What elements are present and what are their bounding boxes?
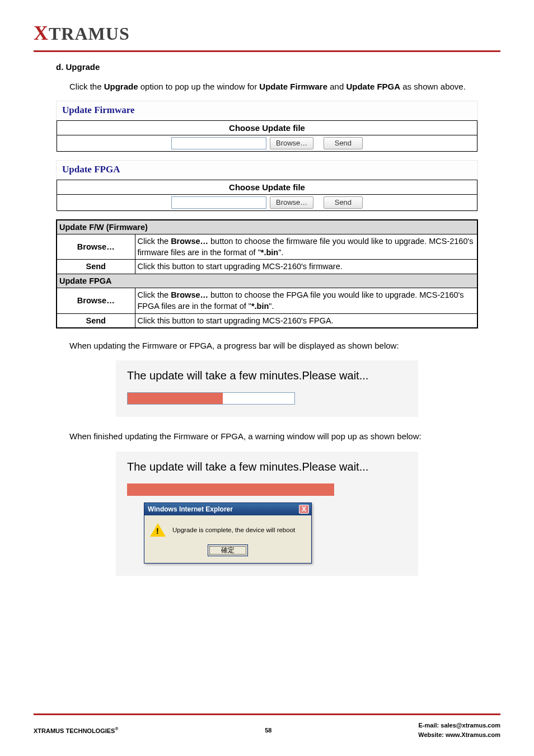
ok-button[interactable]: 確定 (208, 544, 248, 556)
warning-icon (150, 522, 166, 538)
footer-web: www.Xtramus.com (446, 731, 500, 738)
desc-hdr-fw: Update F/W (Firmware) (57, 220, 477, 234)
ie-title-text: Windows Internet Explorer (148, 505, 233, 513)
dialog-intro: When finished updating the Firmware or F… (69, 429, 489, 444)
description-table: Update F/W (Firmware) Browse… Click the … (56, 219, 478, 328)
intro-text2: option to pop up the window for (138, 82, 260, 91)
fpga-choose-header: Choose Update file (57, 180, 477, 194)
progress-bar-full (127, 483, 334, 496)
dialog-card: The update will take a few minutes.Pleas… (116, 452, 418, 576)
desc-fpga-send-text: Click this button to start upgrading MCS… (135, 313, 477, 328)
fpga-file-input[interactable] (171, 196, 266, 209)
firmware-browse-button[interactable]: Browse… (270, 137, 313, 149)
desc-fpga-browse-label: Browse… (57, 288, 135, 313)
desc-fpga-browse-text: Click the Browse… button to choose the F… (135, 288, 477, 313)
page-footer: XTRAMUS TECHNOLOGIES® 58 E-mail: sales@x… (34, 713, 500, 739)
intro-text4: as shown above. (400, 82, 466, 91)
intro-paragraph: Click the Upgrade option to pop up the w… (69, 79, 489, 94)
header-rule (34, 50, 500, 52)
progress-text-2: The update will take a few minutes.Pleas… (127, 461, 407, 473)
ie-dialog: Windows Internet Explorer X Upgrade is c… (144, 503, 312, 564)
firmware-file-input[interactable] (171, 137, 266, 149)
intro-ufpga: Update FPGA (346, 82, 400, 91)
footer-web-label: Website: (418, 731, 446, 738)
footer-email-label: E-mail: (419, 722, 441, 729)
footer-company: XTRAMUS TECHNOLOGIES (34, 727, 115, 734)
ie-body: Upgrade is complete, the device will reb… (144, 515, 311, 563)
progress-card: The update will take a few minutes.Pleas… (116, 360, 418, 417)
progress-bar-fill (128, 393, 223, 404)
close-icon[interactable]: X (299, 505, 309, 514)
fpga-send-button[interactable]: Send (324, 196, 363, 209)
update-firmware-panel: Update Firmware Choose Update file Brows… (56, 101, 478, 152)
desc-hdr-fpga: Update FPGA (57, 274, 477, 288)
footer-rule (34, 713, 500, 715)
fpga-browse-button[interactable]: Browse… (270, 196, 313, 209)
section-heading: d. Upgrade (56, 62, 500, 72)
ie-titlebar: Windows Internet Explorer X (144, 503, 311, 515)
firmware-choose-table: Choose Update file Browse… Send (57, 120, 477, 152)
t1d: *.bin (261, 248, 278, 257)
firmware-choose-row: Browse… Send (57, 135, 477, 151)
brand-logo: XTRAMUS (34, 17, 500, 48)
t3a: Click the (138, 290, 171, 299)
update-firmware-title: Update Firmware (57, 101, 477, 120)
desc-fw-browse-text: Click the Browse… button to choose the f… (135, 234, 477, 260)
intro-ufw: Update Firmware (259, 82, 327, 91)
progress-intro: When updating the Firmware or FPGA, a pr… (69, 339, 489, 353)
t1e: ". (278, 248, 283, 257)
desc-fw-send-text: Click this button to start upgrading MCS… (135, 260, 477, 274)
firmware-send-button[interactable]: Send (324, 137, 363, 149)
logo-rest: TRAMUS (49, 24, 130, 44)
t3b: Browse… (171, 290, 208, 299)
desc-fw-send-label: Send (57, 260, 135, 274)
firmware-choose-header: Choose Update file (57, 120, 477, 135)
progress-bar (127, 392, 295, 405)
intro-upgrade: Upgrade (104, 82, 138, 91)
t1b: Browse… (171, 237, 208, 246)
footer-right: E-mail: sales@xtramus.com Website: www.X… (418, 721, 500, 739)
update-fpga-panel: Update FPGA Choose Update file Browse… S… (56, 160, 478, 212)
desc-fw-browse-label: Browse… (57, 234, 135, 260)
footer-email: sales@xtramus.com (441, 722, 500, 729)
intro-text3: and (327, 82, 346, 91)
desc-fpga-send-label: Send (57, 313, 135, 328)
t1a: Click the (138, 237, 171, 246)
logo-x: X (34, 22, 49, 44)
footer-page: 58 (118, 727, 418, 734)
t3d: *.bin (251, 302, 269, 311)
ie-message: Upgrade is complete, the device will reb… (172, 527, 295, 533)
update-fpga-title: Update FPGA (57, 161, 477, 180)
fpga-choose-table: Choose Update file Browse… Send (57, 180, 477, 211)
fpga-choose-row: Browse… Send (57, 194, 477, 210)
t3e: ". (269, 302, 274, 311)
footer-left: XTRAMUS TECHNOLOGIES® (34, 726, 118, 734)
intro-text: Click the (69, 82, 104, 91)
progress-text: The update will take a few minutes.Pleas… (127, 369, 407, 382)
